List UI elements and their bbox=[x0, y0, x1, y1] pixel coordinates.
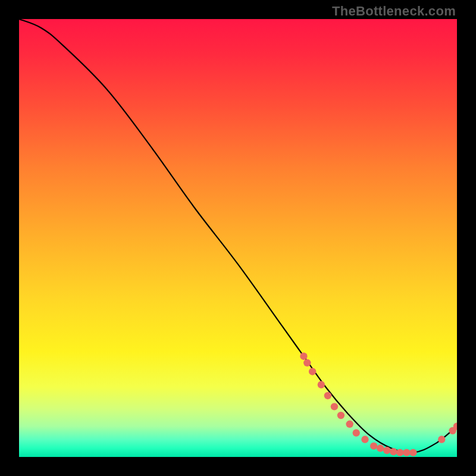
data-point-icon bbox=[438, 436, 445, 443]
chart-svg bbox=[19, 19, 457, 457]
data-point-icon bbox=[396, 449, 403, 456]
chart-plot-area bbox=[19, 19, 457, 457]
data-point-icon bbox=[303, 359, 311, 367]
data-point-icon bbox=[390, 448, 397, 455]
data-point-icon bbox=[309, 368, 316, 375]
data-point-icon bbox=[337, 412, 345, 419]
data-point-icon bbox=[409, 449, 416, 456]
chart-frame: TheBottleneck.com bbox=[0, 0, 476, 476]
data-point-icon bbox=[370, 442, 377, 449]
data-point-icon bbox=[300, 353, 307, 360]
data-point-icon bbox=[383, 447, 390, 454]
data-point-icon bbox=[331, 403, 338, 410]
data-point-icon bbox=[403, 449, 410, 456]
data-point-icon bbox=[318, 381, 325, 388]
data-point-icon bbox=[361, 436, 368, 443]
data-point-icon bbox=[377, 444, 384, 452]
data-point-icon bbox=[353, 429, 360, 436]
data-point-icon bbox=[346, 421, 353, 428]
data-point-icon bbox=[324, 392, 331, 399]
attribution-label: TheBottleneck.com bbox=[332, 4, 456, 19]
bottleneck-curve bbox=[19, 19, 457, 453]
marker-group bbox=[300, 353, 457, 456]
